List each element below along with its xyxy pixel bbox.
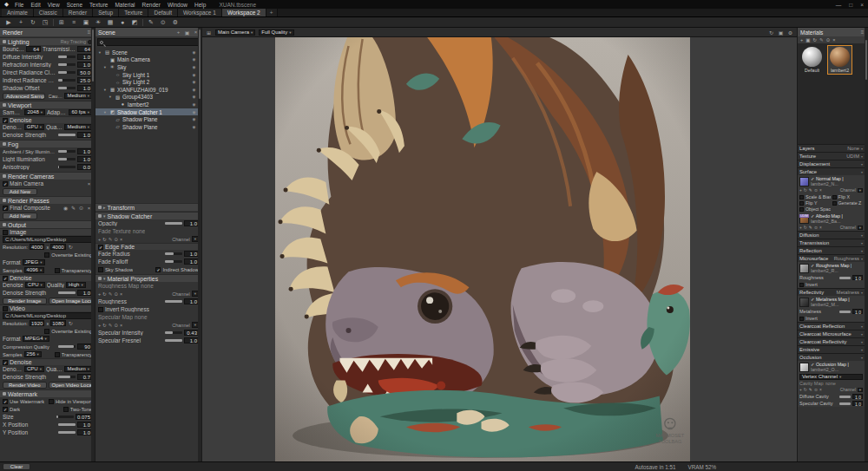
specular-intensity-slider[interactable] [165, 331, 182, 334]
visibility-icon[interactable]: ◉ [192, 57, 195, 62]
menu-file[interactable]: File [14, 2, 24, 8]
pass-item-label[interactable]: Final Composite [10, 205, 61, 211]
slider-value[interactable]: 1.0 [184, 298, 199, 304]
slider-value[interactable]: 50.0 [77, 69, 92, 75]
collapse-caret-icon[interactable]: ▸ [103, 205, 106, 210]
menu-texture[interactable]: Texture [89, 2, 108, 8]
expand-caret-icon[interactable]: ▾ [102, 88, 108, 92]
hide-in-viewport-checkbox[interactable] [49, 399, 54, 404]
new-material-icon[interactable]: + [800, 37, 803, 43]
visibility-icon[interactable]: ◉ [192, 110, 195, 114]
texture-refresh-icon[interactable]: ↻ [102, 323, 107, 328]
fade-radius-slider[interactable] [165, 252, 182, 255]
folder-icon[interactable]: ▣ [184, 29, 190, 36]
tab-texture[interactable]: Texture [119, 9, 148, 16]
video-denoise-device-dropdown[interactable]: CPU [24, 366, 44, 372]
texture-clear-icon[interactable]: × [120, 291, 122, 297]
adaptive-dropdown[interactable]: 60 fps [69, 109, 92, 115]
anisotropy-slider[interactable] [58, 166, 76, 168]
material-swatch-lambert2[interactable]: lambert2 [828, 46, 852, 74]
clear-button[interactable]: Clear [3, 463, 30, 470]
slider-value[interactable]: 1.0 [77, 290, 92, 296]
texture-clear-icon[interactable]: × [819, 188, 822, 193]
denoise-strength-slider[interactable] [58, 134, 76, 136]
slider-value[interactable]: 25.0 [77, 77, 92, 83]
video-format-dropdown[interactable]: MPEG4 [23, 336, 49, 342]
menu-window[interactable]: Window [167, 2, 188, 8]
texture-search-icon[interactable]: ⊙ [114, 237, 118, 242]
materials-panel-scrollbar[interactable] [865, 28, 868, 461]
two-tone-checkbox[interactable] [63, 407, 69, 412]
slider-value[interactable]: 1.0 [77, 156, 92, 162]
image-denoise-strength-slider[interactable] [58, 291, 76, 294]
tree-item-selected[interactable]: ▾◩Shadow Catcher 1◉• [95, 108, 201, 116]
select-tool-icon[interactable]: ▶ [4, 19, 13, 26]
section-watermark[interactable]: Watermark [0, 389, 95, 397]
sky-shadow-checkbox[interactable] [98, 267, 103, 272]
advanced-sampling-button[interactable]: Advanced Sampling [3, 93, 45, 100]
tab-workspace-1[interactable]: Workspace 1 [178, 9, 222, 16]
width-field[interactable]: 4000 [30, 244, 44, 250]
slider-value[interactable]: 90 [77, 343, 92, 350]
material-swatch-default[interactable]: Default [800, 46, 824, 74]
slider-value[interactable]: 0.7 [77, 374, 92, 380]
object-space-checkbox[interactable] [799, 207, 804, 212]
slider-value[interactable]: 0.43 [184, 330, 199, 336]
texture-search-icon[interactable]: ⊙ [814, 226, 818, 230]
slider-value[interactable]: 1.0 [77, 62, 92, 68]
section-viewport[interactable]: Viewport [0, 101, 95, 108]
scale-bias-checkbox[interactable] [799, 195, 804, 200]
render-image[interactable]: MARMOSET TOOLBAG [275, 37, 690, 461]
quality-dropdown[interactable]: Full Quality [259, 29, 293, 36]
scene-search-input[interactable] [97, 38, 200, 46]
tree-item[interactable]: ▣Main Camera◉• [95, 56, 201, 64]
texture-search-icon[interactable]: ⊙ [114, 291, 118, 297]
camera-enabled-checkbox[interactable]: ✓ [3, 181, 8, 186]
texture-edit-icon[interactable]: ✎ [108, 291, 113, 297]
occlusion-map-thumbnail[interactable] [799, 363, 809, 372]
section-transmission[interactable]: Transmission [798, 239, 865, 246]
texture-add-icon[interactable]: + [799, 388, 802, 392]
render-panel-scrollbar[interactable] [91, 28, 95, 461]
section-fog[interactable]: Fog [0, 140, 95, 147]
open-image-location-button[interactable]: Open Image Location... [49, 298, 93, 304]
vertex-channel-dropdown[interactable]: Vertex Channel [799, 374, 863, 380]
add-sky-icon[interactable]: ☀ [94, 19, 102, 26]
tree-item[interactable]: ▾☀Sky◉• [95, 63, 201, 71]
metalness-map-thumbnail[interactable] [799, 298, 809, 307]
layers-value[interactable]: None [847, 146, 859, 151]
pass-enabled-checkbox[interactable]: ✓ [3, 206, 8, 211]
pivot-tool-icon[interactable]: ≡ [69, 19, 78, 25]
section-lighting[interactable]: LightingRay Tracing [0, 37, 95, 45]
diffuse-intensity-slider[interactable] [58, 56, 76, 58]
reflectivity-mode[interactable]: Metalness [837, 290, 859, 295]
use-watermark-checkbox[interactable]: ✓ [3, 399, 8, 404]
slider-value[interactable]: 1.0 [852, 394, 863, 399]
refraction-intensity-slider[interactable] [58, 63, 76, 66]
search-tool-icon[interactable]: ⊙ [159, 19, 168, 26]
flip-x-checkbox[interactable] [832, 195, 837, 200]
roughness-slider[interactable] [165, 300, 182, 303]
open-video-location-button[interactable]: Open Video Location... [49, 382, 93, 389]
channel-dropdown[interactable] [858, 188, 863, 193]
texture-add-icon[interactable]: + [98, 291, 101, 297]
invert-checkbox[interactable] [799, 317, 804, 321]
normal-map-thumbnail[interactable] [799, 177, 809, 186]
microsurface-mode[interactable]: Roughness [834, 256, 859, 261]
visibility-icon[interactable]: ◉ [192, 73, 195, 77]
samples-dropdown[interactable]: 2048 [24, 109, 45, 115]
overwrite-checkbox[interactable] [44, 252, 49, 258]
move-tool-icon[interactable]: + [16, 19, 25, 25]
section-clearcoat-reflection[interactable]: Clearcoat Reflection [798, 322, 865, 330]
render-image-button[interactable]: Render Image [3, 298, 47, 304]
scene-panel-scrollbar[interactable] [198, 28, 201, 461]
texture-refresh-icon[interactable]: ↻ [804, 226, 807, 230]
texture-clear-icon[interactable]: × [120, 323, 122, 328]
section-transform[interactable]: ▸Transform [95, 203, 201, 211]
denoise-checkbox[interactable]: ✓ [3, 118, 8, 123]
tab-classic[interactable]: Classic [34, 9, 63, 16]
viewport-settings-icon[interactable]: ⚙ [787, 29, 793, 36]
specular-fresnel-slider[interactable] [165, 339, 182, 342]
expand-caret-icon[interactable]: ▾ [102, 65, 108, 69]
video-denoise-quality-dropdown[interactable]: Medium [64, 366, 92, 372]
